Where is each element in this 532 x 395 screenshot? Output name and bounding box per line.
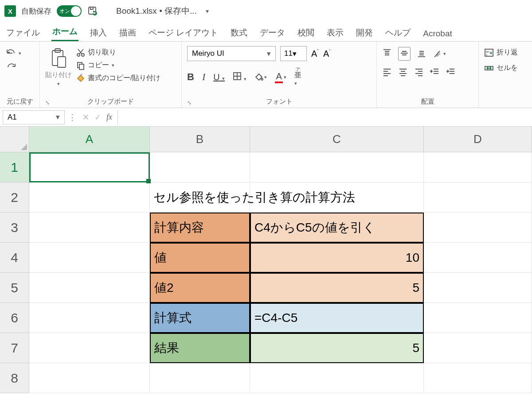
cell-B4[interactable]: 値 — [150, 243, 250, 273]
row-header-4[interactable]: 4 — [0, 243, 29, 273]
dialog-launcher-icon[interactable]: ⤡ — [45, 100, 175, 106]
align-middle-button[interactable] — [398, 47, 411, 61]
col-header-A[interactable]: A — [29, 127, 150, 152]
cell-D6[interactable] — [424, 303, 532, 333]
cell-C6[interactable]: =C4-C5 — [250, 303, 424, 333]
cell-C5[interactable]: 5 — [250, 273, 424, 303]
select-all-corner[interactable] — [0, 127, 29, 152]
cell-C7[interactable]: 5 — [250, 333, 424, 363]
cell-A7[interactable] — [29, 333, 150, 363]
tab-review[interactable]: 校閲 — [297, 24, 315, 41]
cell-A1[interactable] — [29, 152, 150, 182]
font-name-select[interactable]: Meiryo UI ▾ — [187, 46, 276, 61]
decrease-indent-button[interactable] — [430, 67, 440, 78]
cell-A5[interactable] — [29, 273, 150, 303]
tab-view[interactable]: 表示 — [326, 24, 344, 41]
tab-page-layout[interactable]: ページ レイアウト — [148, 24, 219, 41]
cell-D8[interactable] — [424, 363, 532, 393]
align-bottom-button[interactable] — [417, 48, 426, 59]
cut-button[interactable]: 切り取り — [76, 48, 160, 57]
save-refresh-icon[interactable] — [87, 5, 98, 17]
ribbon-group-font: Meiryo UI ▾ 11 ▾ Aˆ Aˇ B I U ▾ — [182, 42, 377, 108]
orientation-button[interactable]: ab ▾ — [433, 49, 446, 59]
col-header-C[interactable]: C — [250, 127, 424, 152]
tab-help[interactable]: ヘルプ — [384, 24, 411, 41]
row-header-5[interactable]: 5 — [0, 273, 29, 303]
increase-font-button[interactable]: Aˆ — [311, 49, 319, 59]
merge-button[interactable]: セルを — [484, 63, 518, 73]
phonetic-button[interactable]: ア亜 ▾ — [294, 67, 301, 87]
font-size-select[interactable]: 11 ▾ — [280, 46, 307, 61]
cell-D5[interactable] — [424, 273, 532, 303]
paste-button[interactable]: 貼り付け ▾ — [45, 45, 72, 87]
tab-home[interactable]: ホーム — [51, 23, 78, 41]
row-header-8[interactable]: 8 — [0, 363, 29, 393]
tab-developer[interactable]: 開発 — [355, 24, 374, 41]
underline-button[interactable]: U ▾ — [213, 72, 225, 82]
col-header-B[interactable]: B — [150, 127, 250, 152]
cell-B3[interactable]: 計算内容 — [150, 213, 250, 243]
copy-button[interactable]: コピー ▾ — [76, 61, 160, 70]
cell-A8[interactable] — [29, 363, 150, 393]
redo-button[interactable] — [5, 63, 21, 72]
tab-file[interactable]: ファイル — [5, 24, 41, 41]
file-title: Book1.xlsx • 保存中... — [116, 5, 197, 17]
cell-D3[interactable] — [424, 213, 532, 243]
autosave-toggle[interactable]: オン — [57, 5, 82, 17]
row-header-3[interactable]: 3 — [0, 213, 29, 243]
cell-A6[interactable] — [29, 303, 150, 333]
row-header-2[interactable]: 2 — [0, 182, 29, 213]
dialog-launcher-icon[interactable]: ⤡ — [187, 100, 370, 106]
tab-draw[interactable]: 描画 — [118, 24, 137, 41]
cell-D4[interactable] — [424, 243, 532, 273]
undo-button[interactable]: ▾ — [5, 49, 21, 58]
row-header-7[interactable]: 7 — [0, 333, 29, 363]
cell-A2[interactable] — [29, 182, 150, 213]
align-center-button[interactable] — [398, 67, 408, 78]
tab-data[interactable]: データ — [259, 24, 286, 41]
decrease-font-button[interactable]: Aˇ — [323, 49, 331, 59]
align-group-label: 配置 — [382, 96, 473, 106]
tab-insert[interactable]: 挿入 — [89, 24, 108, 41]
svg-rect-0 — [89, 7, 96, 14]
col-header-D[interactable]: D — [424, 127, 532, 152]
formula-cancel-button[interactable]: ✕ — [80, 112, 92, 122]
cell-A4[interactable] — [29, 243, 150, 273]
cell-B1[interactable] — [150, 152, 250, 182]
cell-C8[interactable] — [250, 363, 424, 393]
increase-indent-button[interactable] — [446, 67, 456, 78]
align-top-button[interactable] — [382, 48, 392, 59]
formula-ok-button[interactable]: ✓ — [92, 112, 104, 122]
format-painter-button[interactable]: 書式のコピー/貼り付け — [76, 74, 160, 83]
tab-formulas[interactable]: 数式 — [230, 24, 248, 41]
formula-bar: A1 ▾ ⋮ ✕ ✓ fx — [0, 108, 532, 127]
italic-button[interactable]: I — [202, 71, 205, 83]
fill-color-button[interactable]: ▾ — [254, 73, 267, 81]
cell-C3[interactable]: C4からC5の値を引く — [250, 213, 424, 243]
align-right-button[interactable] — [414, 67, 424, 78]
chevron-down-icon: ▾ — [57, 81, 60, 87]
cell-B7[interactable]: 結果 — [150, 333, 250, 363]
align-left-button[interactable] — [382, 67, 392, 78]
title-dropdown-icon[interactable]: ▾ — [206, 8, 209, 15]
tab-acrobat[interactable]: Acrobat — [422, 26, 453, 41]
border-button[interactable]: ▾ — [233, 72, 246, 83]
cell-B6[interactable]: 計算式 — [150, 303, 250, 333]
wrap-text-button[interactable]: abc 折り返 — [484, 48, 518, 57]
cell-A3[interactable] — [29, 213, 150, 243]
formula-input[interactable] — [117, 110, 532, 124]
cell-D1[interactable] — [424, 152, 532, 182]
row-header-1[interactable]: 1 — [0, 152, 29, 182]
font-color-button[interactable]: A ▾ — [275, 71, 286, 83]
name-box[interactable]: A1 ▾ — [3, 110, 65, 124]
cell-D2[interactable] — [424, 182, 532, 213]
row-header-6[interactable]: 6 — [0, 303, 29, 333]
cell-C4[interactable]: 10 — [250, 243, 424, 273]
cell-B8[interactable] — [150, 363, 250, 393]
cell-B2[interactable]: セル参照を使った引き算の計算方法 — [150, 182, 424, 213]
fx-icon[interactable]: fx — [104, 112, 115, 122]
cell-C1[interactable] — [250, 152, 424, 182]
bold-button[interactable]: B — [187, 71, 194, 83]
cell-D7[interactable] — [424, 333, 532, 363]
cell-B5[interactable]: 値2 — [150, 273, 250, 303]
